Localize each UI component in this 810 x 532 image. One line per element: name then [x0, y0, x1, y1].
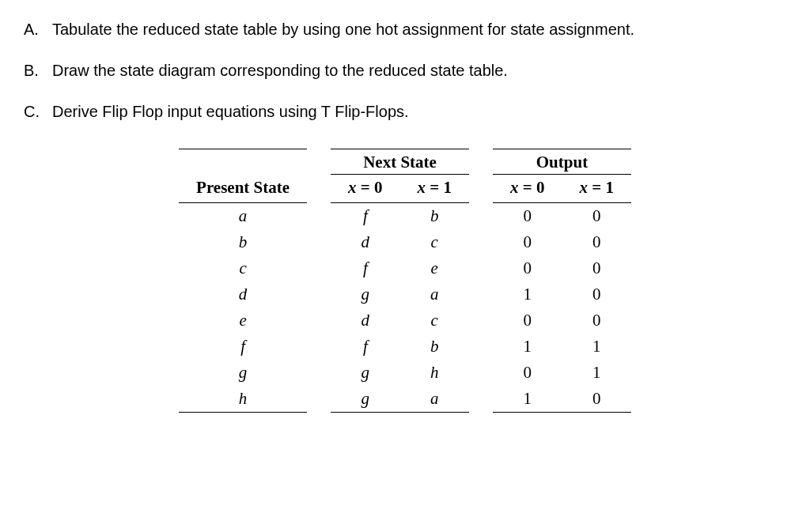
question-text: Draw the state diagram corresponding to …: [52, 57, 786, 84]
table-row: b d c 0 0: [179, 229, 631, 255]
cell-ns1: e: [400, 255, 469, 281]
cell-out0: 0: [493, 360, 562, 386]
header-next-state: Next State: [331, 149, 469, 175]
table-row: d g a 1 0: [179, 281, 631, 308]
cell-out1: 1: [562, 334, 630, 360]
cell-ps: e: [179, 308, 307, 334]
cell-ns0: g: [331, 281, 399, 308]
cell-ns0: d: [331, 308, 399, 334]
question-list: A. Tabulate the reduced state table by u…: [24, 16, 786, 125]
cell-out1: 0: [562, 281, 630, 308]
header-x0-ns: x = 0: [331, 175, 399, 203]
table-row: g g h 0 1: [179, 360, 631, 386]
cell-out0: 0: [493, 308, 562, 334]
cell-ns0: f: [331, 255, 399, 281]
table-row: f f b 1 1: [179, 334, 631, 360]
cell-ns0: f: [331, 203, 399, 230]
question-label: B.: [24, 57, 52, 84]
cell-ns0: d: [331, 229, 399, 255]
cell-out0: 1: [493, 334, 562, 360]
cell-out1: 0: [562, 255, 630, 281]
table-row: h g a 1 0: [179, 386, 631, 413]
question-text: Derive Flip Flop input equations using T…: [52, 98, 786, 125]
cell-ps: g: [179, 360, 307, 386]
state-table: Next State Output Present State x = 0 x …: [179, 149, 631, 413]
cell-out1: 0: [562, 229, 630, 255]
cell-out0: 0: [493, 255, 562, 281]
cell-ns1: a: [400, 281, 469, 308]
cell-out1: 0: [562, 386, 630, 413]
header-present-state: Present State: [179, 175, 307, 203]
cell-out0: 1: [493, 281, 562, 308]
cell-out0: 0: [493, 229, 562, 255]
cell-out1: 0: [562, 308, 630, 334]
cell-ns1: c: [400, 308, 469, 334]
cell-out1: 0: [562, 203, 630, 230]
table-row: c f e 0 0: [179, 255, 631, 281]
state-table-wrap: Next State Output Present State x = 0 x …: [24, 149, 786, 413]
table-row: a f b 0 0: [179, 203, 631, 230]
header-x1-ns: x = 1: [400, 175, 469, 203]
cell-out0: 1: [493, 386, 562, 413]
question-item-a: A. Tabulate the reduced state table by u…: [24, 16, 786, 43]
cell-ps: h: [179, 386, 307, 413]
header-x1-out: x = 1: [562, 175, 630, 203]
question-label: A.: [24, 16, 52, 43]
question-item-b: B. Draw the state diagram corresponding …: [24, 57, 786, 84]
cell-ps: f: [179, 334, 307, 360]
question-item-c: C. Derive Flip Flop input equations usin…: [24, 98, 786, 125]
cell-ns1: a: [400, 386, 469, 413]
cell-ps: b: [179, 229, 307, 255]
cell-out0: 0: [493, 203, 562, 230]
cell-ns1: b: [400, 203, 469, 230]
cell-ns1: h: [400, 360, 469, 386]
header-x0-out: x = 0: [493, 175, 562, 203]
cell-ns0: f: [331, 334, 399, 360]
cell-ns1: c: [400, 229, 469, 255]
header-output: Output: [493, 149, 631, 175]
cell-ns0: g: [331, 360, 399, 386]
cell-out1: 1: [562, 360, 630, 386]
table-row: e d c 0 0: [179, 308, 631, 334]
cell-ns1: b: [400, 334, 469, 360]
cell-ps: a: [179, 203, 307, 230]
question-text: Tabulate the reduced state table by usin…: [52, 16, 786, 43]
cell-ns0: g: [331, 386, 399, 413]
cell-ps: c: [179, 255, 307, 281]
question-label: C.: [24, 98, 52, 125]
cell-ps: d: [179, 281, 307, 308]
